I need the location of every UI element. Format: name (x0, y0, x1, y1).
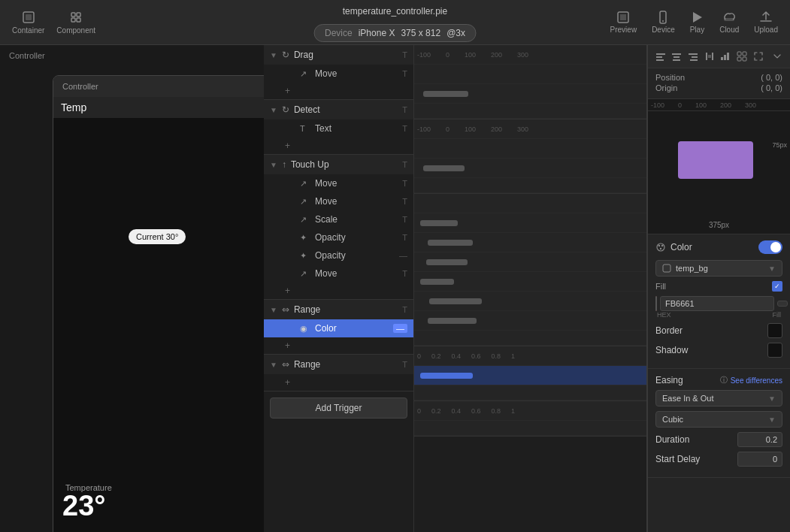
ruler-label3: 0 (417, 352, 421, 360)
fill-checkbox[interactable]: ✓ (772, 281, 782, 292)
grid-btn[interactable] (735, 48, 749, 65)
shadow-row: Shadow (655, 343, 782, 358)
component-tool[interactable]: Component (56, 10, 95, 35)
device-selector[interactable]: Device iPhone X 375 x 812 @3x (313, 24, 477, 42)
drag-add-row[interactable]: + (264, 83, 413, 99)
detect-add-row[interactable]: + (264, 138, 413, 154)
trigger-item-touchup-scale[interactable]: ↗ Scale T (264, 210, 413, 228)
ruler-label2: 300 (517, 125, 528, 133)
svg-point-32 (658, 245, 660, 246)
expand-btn[interactable] (752, 48, 765, 65)
trigger-item-range1-color[interactable]: ◉ Color — (264, 319, 413, 337)
phone-title-bar: Temp (53, 97, 264, 118)
shadow-label: Shadow (655, 345, 688, 355)
svg-rect-2 (71, 13, 75, 17)
trigger-section-detect-header[interactable]: ▼ ↻ Detect T (264, 100, 413, 119)
ruler-label: 100 (465, 51, 476, 59)
svg-marker-10 (693, 12, 702, 23)
component-icon (68, 10, 83, 25)
origin-label: Origin (655, 83, 677, 92)
phone-title: Temp (61, 101, 86, 113)
easing-type-dropdown[interactable]: Ease In & Out ▼ (655, 390, 782, 407)
svg-rect-23 (708, 55, 711, 58)
trigger-section-drag-header[interactable]: ▼ ↻ Drag T (264, 45, 413, 65)
see-differences-link[interactable]: See differences (731, 376, 782, 385)
cubic-value: Cubic (662, 415, 683, 424)
trigger-section-touchup-header[interactable]: ▼ ↑ Touch Up T (264, 155, 413, 174)
container-tool[interactable]: Container (12, 10, 44, 35)
preview-side-label: 75px (772, 141, 787, 149)
align-left-btn[interactable] (654, 48, 667, 65)
svg-rect-1 (26, 14, 32, 20)
upload-action[interactable]: Upload (754, 11, 778, 34)
detect-section-name: Detect (294, 104, 398, 115)
container-icon (21, 10, 36, 25)
file-title: temperature_controller.pie (343, 6, 447, 17)
canvas-area: Controller Controller Temp Current 30° T… (0, 45, 264, 532)
range2-section-name: Range (294, 359, 398, 370)
touchup-move2-t: T (402, 197, 407, 206)
opacity1-icon: ✦ (300, 233, 310, 243)
range2-add-row[interactable]: + (264, 374, 413, 391)
align-center-btn[interactable] (670, 48, 684, 65)
cubic-dropdown[interactable]: Cubic ▼ (655, 411, 782, 428)
svg-rect-16 (673, 56, 680, 58)
align-right-btn[interactable] (686, 48, 700, 65)
component-label: Component (56, 26, 95, 35)
color-palette-icon (655, 242, 666, 252)
fill-color-swatch[interactable] (655, 296, 657, 311)
add-trigger-button[interactable]: Add Trigger (270, 397, 407, 419)
trigger-item-touchup-opacity2[interactable]: ✦ Opacity — (264, 246, 413, 264)
trigger-item-touchup-move3[interactable]: ↗ Move T (264, 264, 413, 283)
color-toggle[interactable] (758, 240, 782, 254)
trigger-item-detect-text[interactable]: T Text T (264, 119, 413, 138)
trigger-item-drag-move[interactable]: ↗ Move T (264, 65, 413, 83)
r1: -100 (651, 101, 664, 109)
device-action[interactable]: Device (652, 11, 675, 34)
color-target-dropdown[interactable]: temp_bg ▼ (655, 260, 782, 277)
distribute-btn[interactable] (703, 48, 716, 65)
easing-type-arrow: ▼ (768, 394, 776, 403)
trigger-item-touchup-opacity1[interactable]: ✦ Opacity T (264, 228, 413, 246)
range2-section-t: T (402, 360, 407, 369)
svg-rect-35 (663, 264, 670, 272)
r3: 100 (695, 101, 707, 109)
temp-value: 23° (62, 490, 105, 522)
fill-hex-input[interactable]: FB6661 (660, 296, 774, 311)
scale-icon: ↗ (300, 215, 310, 225)
chart-btn[interactable] (719, 48, 733, 65)
trigger-section-range2-header[interactable]: ▼ ⇔ Range T (264, 355, 413, 374)
drag-move-t: T (402, 69, 407, 78)
ruler-label: -100 (417, 51, 431, 59)
duration-input[interactable] (737, 432, 782, 447)
touchup-icon: ↑ (282, 159, 286, 170)
drag-section-name: Drag (294, 50, 398, 60)
play-action[interactable]: Play (690, 11, 704, 34)
trigger-section-range1-header[interactable]: ▼ ⇔ Range T (264, 300, 413, 319)
fill-labels: HEX Fill (655, 311, 782, 319)
svg-rect-26 (727, 53, 729, 60)
trigger-item-touchup-move2[interactable]: ↗ Move T (264, 192, 413, 210)
collapse-btn[interactable] (770, 48, 784, 65)
touchup-scale-t: T (402, 215, 407, 224)
shadow-swatch[interactable] (767, 343, 782, 358)
target-dropdown-arrow: ▼ (768, 264, 776, 273)
border-swatch[interactable] (767, 323, 782, 338)
easing-label-row: Easing ⓘ See differences (655, 375, 782, 385)
fill-opacity-input[interactable] (777, 301, 788, 307)
ruler-label4: 0.6 (471, 407, 481, 415)
device-pill[interactable]: Device iPhone X 375 x 812 @3x (313, 24, 477, 42)
start-delay-input[interactable] (737, 452, 782, 467)
ruler-label: 0 (446, 51, 449, 59)
touchup-opacity2-dash: — (399, 251, 407, 260)
touchup-add-row[interactable]: + (264, 283, 413, 299)
preview-action[interactable]: Preview (610, 11, 637, 34)
ruler-label2: 200 (491, 125, 502, 133)
trigger-item-touchup-move1[interactable]: ↗ Move T (264, 174, 413, 192)
ruler-label2: 100 (465, 125, 476, 133)
range1-add-row[interactable]: + (264, 337, 413, 354)
device-scale: @3x (446, 28, 465, 38)
cloud-action[interactable]: Cloud (719, 11, 739, 34)
range1-arrow-icon: ▼ (270, 306, 277, 314)
touchup-move3-t: T (402, 269, 407, 278)
